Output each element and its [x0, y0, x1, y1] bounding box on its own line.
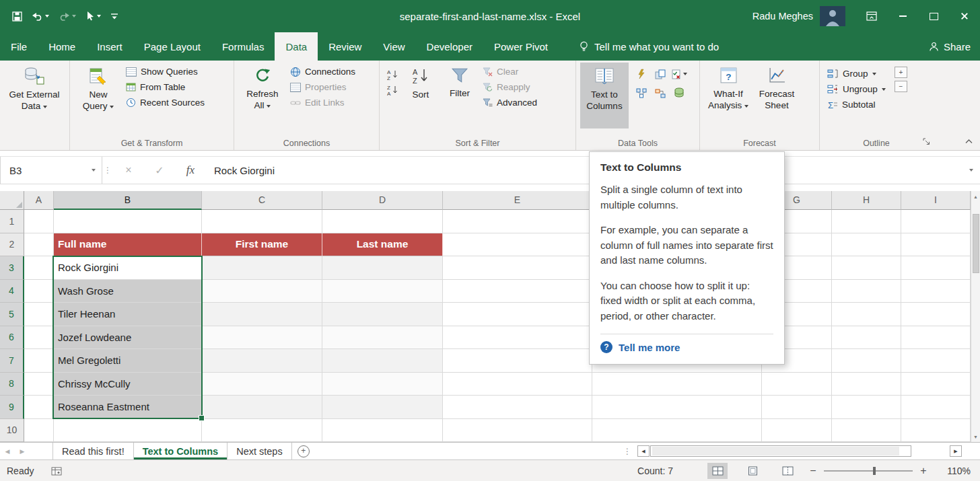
outline-dialog-launcher[interactable]	[923, 137, 930, 147]
formula-bar-expand[interactable]	[963, 157, 980, 184]
tab-splitter-handle[interactable]: ⋮	[618, 443, 637, 459]
chevron-down-icon[interactable]	[97, 15, 101, 17]
cell-H3[interactable]	[832, 256, 901, 280]
sheet-nav-next-button[interactable]: ▶	[15, 443, 30, 459]
cell-I10[interactable]	[901, 419, 971, 443]
cell-G8[interactable]	[762, 373, 832, 396]
cell-C6[interactable]	[202, 326, 322, 350]
sort-ascending-button[interactable]: AZ	[384, 67, 401, 82]
column-header-I[interactable]: I	[901, 191, 971, 210]
cell-G10[interactable]	[762, 419, 832, 443]
refresh-all-button[interactable]: Refresh All	[238, 63, 287, 128]
cancel-button[interactable]: ×	[113, 157, 144, 184]
filter-button[interactable]: Filter	[440, 63, 479, 128]
cell-C9[interactable]	[202, 396, 322, 419]
customize-quick-access-toolbar-button[interactable]	[110, 13, 118, 20]
chevron-down-icon[interactable]	[45, 15, 49, 17]
cell-F10[interactable]	[592, 419, 762, 443]
row-header-2[interactable]: 2	[0, 233, 24, 257]
cell-D8[interactable]	[322, 373, 443, 396]
maximize-button[interactable]	[918, 0, 949, 32]
cell-B4[interactable]: Wash Grose	[54, 280, 202, 303]
tab-data[interactable]: Data	[275, 32, 318, 61]
sheet-nav-previous-button[interactable]: ◀	[0, 443, 15, 459]
cell-D6[interactable]	[322, 326, 443, 350]
cell-B3[interactable]: Rock Giorgini	[54, 256, 202, 280]
tab-insert[interactable]: Insert	[86, 32, 133, 61]
row-header-7[interactable]: 7	[0, 349, 24, 373]
tab-page-layout[interactable]: Page Layout	[133, 32, 211, 61]
sheet-tab-text-to-columns[interactable]: Text to Columns	[134, 443, 228, 459]
name-box[interactable]: B3	[0, 157, 102, 184]
cell-A4[interactable]	[24, 280, 54, 303]
vertical-scrollbar-thumb[interactable]	[973, 214, 979, 273]
edit-links-button[interactable]: Edit Links	[287, 95, 359, 110]
cell-F9[interactable]	[592, 396, 762, 419]
cell-E5[interactable]	[443, 303, 592, 326]
sort-button[interactable]: AZ Sort	[401, 63, 440, 128]
insert-function-button[interactable]: fx	[175, 157, 206, 184]
tab-home[interactable]: Home	[38, 32, 86, 61]
ribbon-display-options-button[interactable]	[856, 0, 887, 32]
avatar[interactable]	[820, 6, 845, 26]
advanced-filter-button[interactable]: Advanced	[479, 95, 540, 110]
manage-data-model-button[interactable]	[670, 84, 688, 102]
redo-button[interactable]	[59, 11, 76, 21]
select-all-button[interactable]	[0, 191, 24, 210]
touch-mouse-mode-button[interactable]	[85, 11, 101, 22]
row-header-5[interactable]: 5	[0, 303, 24, 326]
cell-G9[interactable]	[762, 396, 832, 419]
tab-view[interactable]: View	[372, 32, 415, 61]
cell-C8[interactable]	[202, 373, 322, 396]
zoom-in-button[interactable]: +	[915, 465, 932, 477]
cell-I8[interactable]	[901, 373, 971, 396]
consolidate-button[interactable]	[633, 84, 650, 102]
show-detail-button[interactable]: +	[895, 67, 907, 78]
page-break-preview-button[interactable]	[777, 463, 798, 479]
cell-D1[interactable]	[322, 210, 443, 233]
cell-E8[interactable]	[443, 373, 592, 396]
cell-I3[interactable]	[901, 256, 971, 280]
tab-review[interactable]: Review	[318, 32, 372, 61]
formula-bar-resizer[interactable]: ⋮	[102, 157, 113, 184]
horizontal-scrollbar[interactable]	[650, 445, 911, 457]
cell-A5[interactable]	[24, 303, 54, 326]
column-header-D[interactable]: D	[322, 191, 443, 210]
row-header-9[interactable]: 9	[0, 396, 24, 419]
what-if-analysis-button[interactable]: ? What-If Analysis	[704, 63, 753, 128]
minimize-button[interactable]	[887, 0, 918, 32]
group-button[interactable]: Group	[824, 66, 889, 81]
cell-A6[interactable]	[24, 326, 54, 350]
cell-D10[interactable]	[322, 419, 443, 443]
connections-button[interactable]: Connections	[287, 64, 359, 79]
cell-H6[interactable]	[832, 326, 901, 350]
cell-B6[interactable]: Jozef Lowdeane	[54, 326, 202, 350]
cell-A3[interactable]	[24, 256, 54, 280]
cell-H9[interactable]	[832, 396, 901, 419]
cell-D3[interactable]	[322, 256, 443, 280]
cell-D9[interactable]	[322, 396, 443, 419]
recent-sources-button[interactable]: Recent Sources	[123, 95, 208, 110]
tell-me-box[interactable]: Tell me what you want to do	[579, 32, 719, 61]
row-header-4[interactable]: 4	[0, 280, 24, 303]
zoom-slider[interactable]	[824, 470, 913, 472]
cell-E9[interactable]	[443, 396, 592, 419]
cell-C4[interactable]	[202, 280, 322, 303]
cell-B5[interactable]: Tiler Heenan	[54, 303, 202, 326]
cell-B10[interactable]	[54, 419, 202, 443]
row-header-3[interactable]: 3	[0, 256, 24, 280]
cell-H10[interactable]	[832, 419, 901, 443]
cell-E1[interactable]	[443, 210, 592, 233]
new-query-button[interactable]: New Query	[74, 63, 123, 128]
cell-C3[interactable]	[202, 256, 322, 280]
tab-formulas[interactable]: Formulas	[211, 32, 275, 61]
cell-A7[interactable]	[24, 349, 54, 373]
status-count[interactable]: Count: 7	[637, 466, 673, 476]
flash-fill-button[interactable]	[633, 65, 650, 83]
tell-me-more-link[interactable]: Tell me more	[619, 342, 680, 353]
cell-D5[interactable]	[322, 303, 443, 326]
cell-B9[interactable]: Roseanna Eastment	[54, 396, 202, 419]
cell-I7[interactable]	[901, 349, 971, 373]
tab-file[interactable]: File	[0, 32, 38, 61]
fill-handle[interactable]	[199, 415, 205, 421]
